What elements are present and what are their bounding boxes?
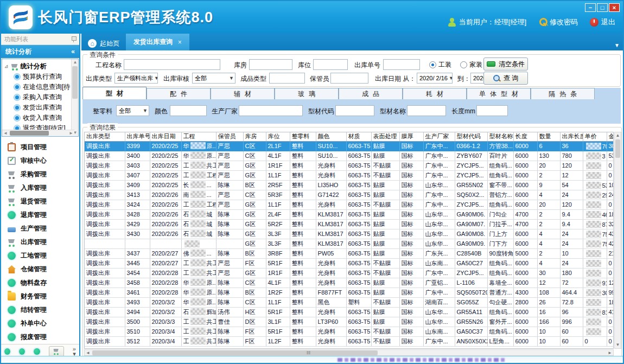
sidebar-menu-item[interactable]: 仓储管理 bbox=[1, 263, 79, 276]
table-row[interactable]: 调拨出库33992020/2/25华原...严思C区2L1F整料SU10...6… bbox=[85, 141, 614, 151]
table-row[interactable]: 调拨出库34292020/2/26石城陈琳G区5R2F整料KLM38176063… bbox=[85, 219, 614, 229]
sidebar-menu-item[interactable]: 财务管理 bbox=[1, 290, 79, 303]
tree-root[interactable]: ⊿ 统计分析 bbox=[4, 61, 78, 72]
column-header[interactable]: 整零料 bbox=[290, 132, 316, 141]
radio-jiazhuang[interactable]: 家装 bbox=[460, 60, 482, 69]
sidebar-menu-item[interactable]: 退货管理 bbox=[1, 195, 79, 208]
column-header[interactable]: 表面处理 bbox=[371, 132, 399, 141]
table-row[interactable]: 调拨出库34612020/2/28华原...陈琳B区1R2F整料F8877FT6… bbox=[85, 288, 614, 297]
column-header[interactable]: 出库类型 bbox=[85, 132, 125, 141]
column-header[interactable]: 出库日期 bbox=[150, 132, 181, 141]
module-cart-button[interactable] bbox=[49, 346, 64, 357]
stats-group-header[interactable]: 统计分析 « bbox=[1, 45, 79, 58]
radio-gongzhuang[interactable]: 工装 bbox=[429, 60, 451, 69]
sidebar-menu-item[interactable]: 物料盘存 bbox=[1, 276, 79, 290]
sidebar-menu-item[interactable]: 补单中心 bbox=[1, 317, 79, 330]
tab-home[interactable]: ⌂ 起始页 bbox=[81, 36, 126, 50]
table-row[interactable]: 调拨出库34452020/2/27工共工程严思F区5R1F整料光身料6063-T… bbox=[85, 258, 614, 268]
table-row[interactable]: 调拨出库34372020/2/27佛...陈琳B区3R8F整料PW056063-… bbox=[85, 248, 614, 258]
search-button[interactable]: 查 询 bbox=[483, 72, 528, 85]
color-input[interactable] bbox=[170, 105, 207, 116]
zhengling-select[interactable]: 全部▼ bbox=[116, 105, 149, 116]
table-row[interactable]: 调拨出库34032020/2/25工共工程严思G区1R1F整料光身料6063-T… bbox=[85, 161, 614, 170]
sidebar-menu-item[interactable]: 结转管理 bbox=[1, 303, 79, 317]
scroll-left-icon[interactable]: ◄ bbox=[86, 350, 90, 356]
maximize-button[interactable]: □ bbox=[597, 3, 608, 12]
column-header[interactable]: 工程 bbox=[181, 132, 216, 141]
scrollbar-thumb[interactable] bbox=[615, 139, 620, 158]
table-row[interactable]: 调拨出库34302020/2/26石城陈琳G区3L3F整料KLM38176063… bbox=[85, 229, 614, 239]
column-header[interactable]: 颜色 bbox=[316, 132, 346, 141]
table-row[interactable]: 调拨出库34072020/2/25工工程严思G区1L1F整料光身料6063-T5… bbox=[85, 170, 614, 180]
length-input[interactable] bbox=[476, 105, 508, 116]
column-header[interactable]: 库房 bbox=[243, 132, 266, 141]
sidebar-menu-item[interactable]: 出库管理 bbox=[1, 235, 79, 249]
sidebar-menu-item[interactable]: 退库管理 bbox=[1, 208, 79, 222]
logout-button[interactable]: 退出 bbox=[590, 17, 615, 27]
project-name-input[interactable] bbox=[124, 59, 220, 70]
tree-item[interactable]: 预算执行查询 bbox=[4, 72, 78, 82]
collapse-icon[interactable]: « bbox=[71, 48, 75, 55]
table-row[interactable]: 调拨出库34942020/3/2石辉城汤伟H区5R1F整料光身料6063-T5贴… bbox=[85, 307, 614, 317]
column-header[interactable]: 出库长度 bbox=[560, 132, 583, 141]
pin-icon[interactable] bbox=[71, 36, 76, 42]
clear-conditions-button[interactable]: 清空条件 bbox=[483, 58, 528, 71]
scroll-up-icon[interactable]: ▲ bbox=[72, 59, 79, 66]
table-row[interactable]: 调拨出库35122020/3/4工共工程陈琳F区1L2F整料光身料6063-T5… bbox=[85, 336, 614, 346]
scroll-down-icon[interactable]: ▼ bbox=[615, 342, 621, 348]
table-row[interactable]: 调拨出库35002020/3/3工共工程曹佳D区3L1F整料LT3P606063… bbox=[85, 317, 614, 327]
material-tab[interactable]: 玻璃 bbox=[275, 88, 339, 99]
material-tab[interactable]: 成品 bbox=[339, 88, 403, 99]
column-header[interactable]: 数量 bbox=[537, 132, 560, 141]
scroll-right-icon[interactable]: ► bbox=[69, 130, 73, 137]
change-password-button[interactable]: 修改密码 bbox=[538, 17, 578, 27]
sidebar-menu-item[interactable]: 项目管理 bbox=[1, 141, 79, 154]
column-header[interactable]: 单价 bbox=[583, 132, 607, 141]
profile-name-input[interactable] bbox=[407, 105, 446, 116]
column-header[interactable]: 库位 bbox=[266, 132, 290, 141]
column-header[interactable]: 金 bbox=[607, 132, 614, 141]
sidebar-menu-item[interactable]: 工地管理 bbox=[1, 249, 79, 263]
table-row[interactable]: 调拨出库34092020/2/25长...陈琳B区2R5F整料LI35HO606… bbox=[85, 180, 614, 190]
sidebar-menu-item[interactable]: 采购管理 bbox=[1, 168, 79, 181]
table-row[interactable]: 调拨出库34932020/3/2华原...陈琳C区1L1F整料黑色塑料不贴膜国标… bbox=[85, 297, 614, 307]
more-modules-button[interactable]: »▾ bbox=[73, 347, 76, 356]
module-dot-icon[interactable] bbox=[34, 348, 40, 355]
out-audit-select[interactable]: 全部▼ bbox=[192, 73, 235, 84]
scrollbar-thumb[interactable] bbox=[72, 66, 78, 99]
material-tab[interactable]: 型材 bbox=[82, 87, 147, 99]
sidebar-menu-item[interactable]: 报废管理 bbox=[1, 330, 79, 344]
tree-item[interactable]: 采购入库查询 bbox=[4, 92, 78, 103]
table-row[interactable]: 调拨出库35102020/3/4工共工程陈琳F区5R1F整料光身料6063-T5… bbox=[85, 327, 614, 336]
column-header[interactable]: 型材名称 bbox=[487, 132, 513, 141]
sidebar-menu-item[interactable]: 审核中心 bbox=[1, 154, 79, 168]
order-no-input[interactable] bbox=[383, 59, 420, 70]
table-row[interactable]: 调拨出库34542020/2/28工共工程严思G区1R1F整料光身料6063-T… bbox=[85, 268, 614, 278]
table-row[interactable]: 调拨出库34132020/2/26南...严思C区5R3F整料G71422606… bbox=[85, 190, 614, 200]
column-header[interactable]: 保管员 bbox=[216, 132, 243, 141]
tab-list-caret-icon[interactable]: ▼ bbox=[614, 42, 620, 48]
material-tab[interactable]: 耗材 bbox=[403, 88, 467, 99]
tree-item[interactable]: 在途信息查询[待 bbox=[4, 82, 78, 92]
date-from-select[interactable]: 2020/ 2/16▼ bbox=[417, 73, 453, 84]
scrollbar-thumb[interactable] bbox=[10, 131, 49, 136]
scroll-left-icon[interactable]: ◄ bbox=[3, 130, 8, 137]
scrollbar-thumb[interactable] bbox=[92, 350, 378, 355]
table-row[interactable]: 调拨出库34582020/2/28华原...陈琳C区4L1F整料光身料6063-… bbox=[85, 278, 614, 288]
out-type-select[interactable]: 生产领料出库▼ bbox=[114, 73, 158, 84]
product-type-input[interactable] bbox=[269, 73, 305, 84]
tree-item[interactable]: 发货出库查询 bbox=[4, 103, 78, 113]
material-tab[interactable]: 辅材 bbox=[211, 88, 275, 99]
tab-shipment-query[interactable]: 发货出库查询 × bbox=[126, 34, 189, 50]
column-header[interactable]: 型材代码 bbox=[455, 132, 487, 141]
keeper-input[interactable] bbox=[330, 73, 368, 84]
table-vertical-scrollbar[interactable]: ▲ ▼ bbox=[614, 132, 621, 349]
location-input[interactable] bbox=[313, 59, 348, 70]
close-button[interactable]: × bbox=[609, 3, 620, 12]
table-horizontal-scrollbar[interactable]: ◄ ⦀⦀ ► bbox=[84, 349, 614, 356]
table-row[interactable]: G区3L3F整料KLM38176063-T5贴膜国标山东华...GA90M09.… bbox=[85, 239, 614, 248]
warehouse-input[interactable] bbox=[249, 59, 292, 70]
scroll-right-icon[interactable]: ► bbox=[608, 350, 612, 356]
table-row[interactable]: 调拨出库34242020/2/26工工程严思G区1L1F整料光身料6063-T5… bbox=[85, 200, 614, 209]
column-header[interactable]: 长度 bbox=[513, 132, 537, 141]
